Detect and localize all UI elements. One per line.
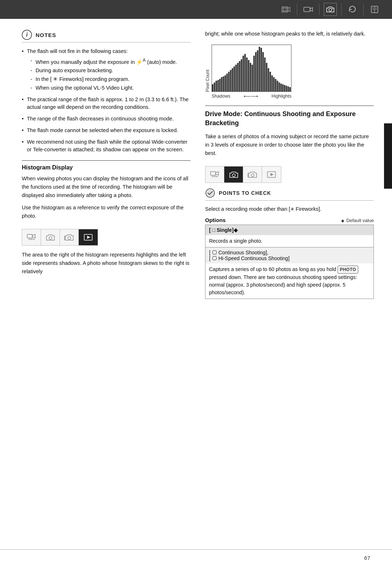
options-label: Options — [205, 217, 226, 223]
svg-point-10 — [332, 8, 333, 9]
refresh-icon — [346, 3, 359, 16]
drive-icon-burst — [243, 167, 262, 182]
svg-rect-35 — [225, 75, 226, 91]
svg-point-83 — [206, 189, 215, 197]
svg-marker-73 — [216, 172, 219, 175]
option-row-2: [ 🖵 Continuous Shooting],[ 🖵 Hi-Speed Co… — [205, 247, 373, 299]
histogram-arrow: ⟵⟶ — [230, 93, 271, 99]
histogram-wrapper: Pixel Count — [205, 45, 291, 99]
svg-rect-50 — [252, 65, 253, 91]
notes-header: i NOTES — [22, 30, 191, 42]
info-icon: i — [22, 30, 32, 40]
note-item-3: The range of the flash decreases in cont… — [22, 115, 191, 123]
note-text-2: The practical range of the flash is appr… — [27, 97, 188, 110]
note-item-5: We recommend not using the flash while t… — [22, 138, 191, 154]
main-content: i NOTES The flash will not fire in the f… — [0, 19, 392, 549]
svg-rect-39 — [232, 68, 233, 91]
histogram-xlabel-right: Highlights — [271, 94, 291, 99]
svg-rect-31 — [217, 80, 219, 92]
mode-icon-video — [22, 229, 41, 245]
svg-rect-41 — [235, 65, 237, 91]
note-subitem-2: During auto exposure bracketing. — [30, 67, 191, 75]
svg-rect-47 — [246, 58, 248, 92]
top-divider-2 — [319, 4, 319, 15]
svg-rect-28 — [212, 84, 213, 91]
svg-rect-66 — [280, 84, 282, 92]
note-item-1: The flash will not fire in the following… — [22, 48, 191, 92]
histogram-xlabel-left: Shadows — [212, 94, 230, 99]
svg-marker-6 — [288, 7, 290, 12]
histogram-body4: bright; while one whose histogram peaks … — [205, 30, 374, 38]
svg-rect-34 — [223, 77, 224, 91]
svg-rect-52 — [255, 52, 257, 91]
svg-rect-58 — [266, 63, 268, 91]
svg-rect-49 — [250, 63, 251, 91]
top-divider-3 — [341, 4, 342, 15]
option-1-desc: Records a single photo. — [205, 235, 373, 247]
drive-body: Take a series of photos of a moving subj… — [205, 132, 374, 158]
divider-histogram — [22, 160, 191, 161]
svg-rect-36 — [226, 74, 228, 91]
svg-rect-5 — [286, 11, 287, 11]
svg-rect-48 — [248, 60, 249, 92]
book-icon — [368, 3, 381, 16]
notes-title: NOTES — [36, 32, 56, 38]
svg-rect-42 — [237, 63, 238, 91]
mode-icon-camera — [41, 229, 60, 245]
left-column: i NOTES The flash will not fire in the f… — [22, 30, 191, 538]
svg-rect-63 — [275, 79, 276, 91]
checkmark-icon — [205, 188, 215, 198]
histogram-chart-container: Pixel Count — [205, 45, 374, 99]
svg-point-78 — [232, 174, 235, 177]
svg-rect-3 — [286, 8, 287, 8]
note-subitem-3: In the [ ✳ Fireworks] recording program. — [30, 75, 191, 83]
histogram-chart — [212, 45, 291, 92]
svg-point-9 — [329, 8, 332, 11]
svg-rect-59 — [268, 68, 269, 91]
mode-icon-burst — [60, 229, 79, 245]
svg-rect-61 — [271, 75, 273, 91]
note-item-2: The practical range of the flash is appr… — [22, 96, 191, 112]
svg-rect-60 — [270, 72, 271, 91]
histogram-title: Histogram Display — [22, 164, 191, 171]
notes-list: The flash will not fire in the following… — [22, 48, 191, 154]
svg-rect-54 — [259, 47, 260, 91]
svg-rect-71 — [289, 87, 291, 91]
svg-rect-65 — [278, 83, 280, 92]
svg-rect-2 — [283, 8, 284, 8]
svg-rect-4 — [283, 11, 284, 11]
svg-rect-17 — [27, 234, 32, 238]
options-header: Options ◆ Default value — [205, 217, 374, 223]
svg-point-1 — [283, 8, 286, 11]
svg-rect-57 — [264, 58, 266, 92]
svg-rect-64 — [277, 81, 278, 92]
svg-rect-38 — [230, 70, 232, 91]
svg-marker-18 — [32, 234, 35, 238]
top-icon-row — [279, 3, 381, 16]
svg-point-24 — [68, 237, 71, 239]
svg-rect-40 — [233, 66, 235, 91]
top-divider-1 — [297, 4, 297, 15]
note-text-5: We recommend not using the flash while t… — [27, 139, 187, 153]
svg-rect-7 — [304, 7, 310, 12]
svg-marker-27 — [87, 236, 90, 239]
options-table: [ □ Single]◆ Records a single photo. [ 🖵… — [205, 225, 374, 299]
note-subitem-4: When using the optional VL-5 Video Light… — [30, 84, 191, 92]
svg-rect-69 — [286, 86, 287, 91]
drive-icon-camera — [224, 167, 243, 182]
right-column: bright; while one whose histogram peaks … — [205, 30, 374, 538]
option-2-desc: Captures a series of up to 60 photos as … — [205, 263, 373, 299]
svg-rect-32 — [219, 79, 221, 91]
histogram-ylabel: Pixel Count — [205, 70, 210, 92]
svg-rect-51 — [253, 56, 255, 91]
drive-section-title: Drive Mode: Continuous Shooting and Expo… — [205, 110, 374, 128]
svg-rect-45 — [242, 56, 244, 91]
right-black-bar — [384, 123, 392, 189]
svg-marker-8 — [310, 8, 313, 11]
top-bar — [0, 0, 392, 19]
svg-rect-56 — [262, 52, 264, 91]
bottom-bar: 67 — [0, 549, 392, 566]
histogram-body2: Use the histogram as a reference to veri… — [22, 204, 191, 220]
note-text-3: The range of the flash decreases in cont… — [27, 116, 174, 122]
options-default-label: ◆ Default value — [341, 218, 374, 223]
